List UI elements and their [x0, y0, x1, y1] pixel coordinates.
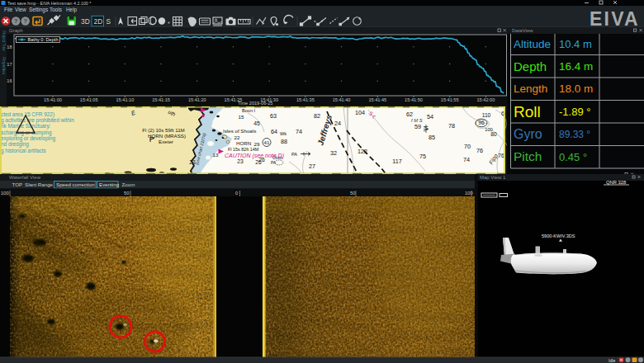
svg-text:Speed correction: Speed correction [56, 182, 95, 187]
svg-text:24: 24 [334, 120, 341, 127]
svg-text:54: 54 [427, 113, 433, 120]
svg-text:15:41:50: 15:41:50 [405, 97, 423, 102]
svg-text:QNR 328: QNR 328 [606, 180, 626, 185]
svg-text:15:41:35: 15:41:35 [296, 97, 315, 102]
svg-text:HORN (MRASS): HORN (MRASS) [148, 133, 186, 139]
svg-text:CAUTION (see note D): CAUTION (see note D) [225, 153, 284, 159]
svg-text:Map View 1: Map View 1 [480, 175, 506, 180]
svg-text:EIVA: EIVA [590, 8, 640, 30]
svg-text:15:41:15: 15:41:15 [152, 97, 170, 102]
svg-text:50: 50 [350, 191, 355, 196]
svg-text:PA: PA [271, 161, 277, 165]
svg-text:18: 18 [7, 45, 12, 50]
svg-text:3D: 3D [81, 17, 90, 26]
svg-text:17: 17 [7, 62, 12, 67]
svg-text:Slant Range: Slant Range [25, 182, 54, 187]
svg-text:10.4 m: 10.4 m [559, 38, 592, 50]
svg-text:?: ? [14, 17, 18, 25]
svg-text:Pitch: Pitch [514, 149, 542, 163]
svg-text:63: 63 [270, 112, 277, 120]
svg-text:89.33 °: 89.33 ° [559, 129, 590, 140]
svg-text:22: 22 [234, 134, 240, 140]
svg-text:74: 74 [296, 128, 302, 135]
svg-text:32: 32 [330, 149, 337, 157]
svg-text:Bathy 0: Depth: Bathy 0: Depth [28, 37, 59, 42]
svg-text:82: 82 [314, 112, 320, 120]
svg-text:5900-KWIV.3DS: 5900-KWIV.3DS [542, 233, 575, 238]
svg-text:?: ? [23, 17, 27, 25]
svg-text:2D: 2D [94, 17, 103, 26]
svg-text:26: 26 [255, 159, 262, 165]
svg-text:PA: PA [291, 152, 297, 157]
svg-text:122: 122 [358, 148, 367, 155]
svg-text:15:41:20: 15:41:20 [188, 97, 206, 102]
svg-text:Depth: Depth [514, 59, 547, 73]
svg-text:Gyro: Gyro [514, 127, 542, 141]
svg-text:75: 75 [419, 153, 426, 160]
svg-text:15:42:00: 15:42:00 [477, 97, 495, 102]
svg-text:Graph: Graph [9, 28, 23, 33]
svg-text:110: 110 [482, 112, 491, 118]
svg-text:15:41:10: 15:41:10 [116, 97, 135, 102]
svg-text:Altitude: Altitude [514, 38, 551, 50]
svg-text:15:41:00: 15:41:00 [44, 97, 62, 102]
svg-text:Wk: Wk [280, 131, 286, 136]
svg-text:Tools: Tools [50, 7, 62, 12]
svg-text:Waterfall View: Waterfall View [9, 175, 41, 180]
svg-text:Exeter: Exeter [159, 139, 173, 144]
svg-text:DataView: DataView [512, 28, 533, 33]
svg-text:Fl (2) 10s 59ft 11M: Fl (2) 10s 59ft 11M [142, 127, 184, 133]
svg-text:85: 85 [429, 134, 435, 141]
svg-text:16.4 m: 16.4 m [559, 60, 593, 73]
svg-text:104: 104 [355, 109, 365, 116]
svg-text:88: 88 [281, 138, 287, 145]
svg-text:Properties: Properties [2, 57, 6, 75]
svg-text:80: 80 [490, 131, 497, 137]
svg-text:View: View [15, 7, 26, 12]
svg-text:Isles of Shoals: Isles of Shoals [223, 128, 256, 134]
svg-text:96: 96 [478, 120, 485, 125]
svg-text:S: S [107, 17, 111, 26]
svg-text:29: 29 [254, 141, 260, 147]
svg-text:78: 78 [448, 122, 455, 130]
svg-text:Test save.hmp - EIVA Helmsman: Test save.hmp - EIVA Helmsman 4.2.100 * [7, 1, 92, 6]
svg-text:45: 45 [253, 120, 260, 126]
svg-text:15: 15 [239, 114, 244, 120]
svg-text:Project Tree: Project Tree [2, 31, 6, 51]
svg-text:0: 0 [235, 191, 238, 196]
svg-text:15:41:45: 15:41:45 [368, 97, 386, 102]
svg-text:Idle: Idle [608, 358, 615, 363]
svg-text:13: 13 [213, 152, 219, 158]
svg-text:50: 50 [124, 191, 129, 196]
svg-text:Time 2019-06-25: Time 2019-06-25 [238, 101, 272, 106]
svg-text:15:41:40: 15:41:40 [333, 97, 351, 102]
svg-text:Roll: Roll [514, 103, 541, 120]
svg-text:Help: Help [66, 7, 78, 13]
svg-text:16: 16 [7, 78, 12, 83]
svg-text:TOP: TOP [12, 182, 23, 187]
svg-text:117: 117 [392, 158, 401, 165]
svg-text:g historical artifacts: g historical artifacts [1, 148, 46, 154]
svg-text:15:41:05: 15:41:05 [80, 97, 98, 102]
svg-text:23: 23 [237, 158, 244, 164]
svg-text:62: 62 [406, 111, 413, 118]
svg-text:15:41:55: 15:41:55 [441, 97, 459, 102]
svg-text:Fl 15s 82ft 14M: Fl 15s 82ft 14M [228, 147, 259, 152]
svg-text:18.0 m: 18.0 m [559, 82, 593, 95]
svg-text:Boon I: Boon I [242, 108, 256, 113]
svg-text:-1.89 °: -1.89 ° [559, 106, 590, 118]
svg-text:HORN: HORN [236, 140, 251, 146]
svg-text:Zoom: Zoom [122, 182, 135, 187]
svg-text:74: 74 [463, 156, 470, 163]
svg-text:100: 100 [1, 191, 9, 196]
svg-text:0.45 °: 0.45 ° [559, 151, 587, 163]
svg-text:27: 27 [309, 163, 315, 170]
svg-text:File: File [4, 7, 13, 12]
svg-text:76: 76 [498, 153, 504, 158]
svg-text:Settings: Settings [29, 7, 48, 13]
svg-text:Length: Length [514, 82, 547, 95]
svg-text:59: 59 [414, 123, 421, 130]
svg-text:64: 64 [271, 128, 277, 135]
svg-text:70: 70 [464, 143, 471, 150]
svg-text:f M S: f M S [411, 118, 423, 123]
